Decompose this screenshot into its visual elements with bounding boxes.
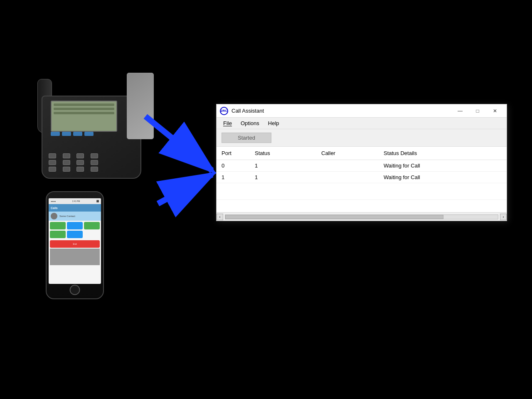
window-title: Call Assistant — [232, 108, 452, 114]
mobile-app-title: Calls — [51, 207, 58, 209]
table-body: 0 1 Waiting for Call 1 1 Waiting for Cal… — [217, 160, 507, 212]
started-button[interactable]: Started — [222, 133, 271, 143]
scrollbar-thumb — [225, 215, 443, 219]
window-controls: — □ ✕ — [452, 104, 503, 118]
phone-screen-line — [54, 108, 114, 110]
phone-key — [49, 167, 56, 172]
mobile-action-buttons — [49, 221, 101, 239]
svg-line-1 — [145, 116, 212, 170]
table-header-row: Port Status Caller Status Details — [217, 147, 507, 160]
phone-btn-1 — [51, 132, 60, 136]
col-header-caller: Caller — [316, 147, 379, 160]
call-assistant-window: 2RC Call Assistant — □ ✕ File Options He… — [216, 104, 507, 221]
phone-key — [76, 160, 84, 165]
arrows-container — [133, 83, 224, 237]
table-row-empty — [217, 200, 507, 212]
mobile-app-bar: Calls — [49, 204, 101, 212]
table-row-empty — [217, 183, 507, 200]
cell-caller-0 — [316, 160, 379, 172]
cell-port-0: 0 — [217, 160, 250, 172]
calls-table: Port Status Caller Status Details 0 1 Wa… — [217, 147, 507, 212]
window-content: Port Status Caller Status Details 0 1 Wa… — [217, 147, 507, 212]
phone-key — [76, 153, 84, 158]
mobile-phone: ●●●● 2:41 PM ⬛ Calls Some Contact — [46, 191, 104, 299]
col-header-status: Status — [250, 147, 316, 160]
table-header: Port Status Caller Status Details — [217, 147, 507, 160]
scroll-right-button[interactable]: › — [500, 214, 507, 220]
app-icon-text: 2RC — [221, 109, 227, 113]
window-titlebar[interactable]: 2RC Call Assistant — □ ✕ — [217, 104, 507, 118]
phone-key — [63, 160, 70, 165]
phone-function-buttons — [51, 132, 101, 136]
cell-status-0: 1 — [250, 160, 316, 172]
table-row: 0 1 Waiting for Call — [217, 160, 507, 172]
col-header-details: Status Details — [379, 147, 507, 160]
phone-btn-4 — [84, 132, 94, 136]
mobile-btn-blue-2 — [67, 231, 83, 238]
col-header-port: Port — [217, 147, 250, 160]
phone-btn-3 — [73, 132, 82, 136]
cell-status-1: 1 — [250, 172, 316, 183]
phone-keypad — [49, 153, 103, 172]
mobile-screen: ●●●● 2:41 PM ⬛ Calls Some Contact — [49, 198, 101, 284]
mobile-btn-green-3 — [50, 231, 66, 238]
phone-key — [91, 167, 98, 172]
maximize-button[interactable]: □ — [469, 104, 486, 118]
mobile-contact-name: Some Contact — [59, 215, 75, 217]
svg-line-2 — [158, 175, 212, 204]
phone-key — [63, 167, 70, 172]
close-button[interactable]: ✕ — [487, 104, 503, 118]
phone-key — [49, 160, 56, 165]
cell-details-0: Waiting for Call — [379, 160, 507, 172]
mobile-contact-row: Some Contact — [49, 212, 101, 221]
mobile-content-area — [50, 249, 100, 265]
phone-key — [63, 153, 70, 158]
menu-file[interactable]: File — [220, 119, 235, 128]
window-statusbar: ‹ › — [217, 212, 507, 221]
phone-key — [91, 153, 98, 158]
cell-details-1: Waiting for Call — [379, 172, 507, 183]
menu-options-label: Options — [241, 120, 259, 126]
phone-screen — [51, 101, 117, 132]
table-row: 1 1 Waiting for Call — [217, 172, 507, 183]
menu-options[interactable]: Options — [237, 119, 263, 128]
started-label: Started — [238, 135, 255, 141]
minimize-button[interactable]: — — [452, 104, 468, 118]
mobile-end-button[interactable]: End — [50, 240, 100, 248]
cell-port-1: 1 — [217, 172, 250, 183]
phone-base — [42, 96, 141, 179]
mobile-home-button[interactable] — [70, 285, 80, 295]
menu-help-label: Help — [268, 120, 279, 126]
mobile-btn-blue-1 — [67, 222, 83, 229]
app-icon: 2RC — [220, 107, 228, 115]
mobile-btn-green-2 — [84, 222, 100, 229]
mobile-btn-green-1 — [50, 222, 66, 229]
window-toolbar: Started — [217, 129, 507, 147]
phone-screen-line — [54, 103, 114, 106]
menu-bar: File Options Help — [217, 118, 507, 129]
phone-key — [49, 153, 56, 158]
menu-help[interactable]: Help — [265, 119, 283, 128]
scrollbar-track[interactable] — [225, 214, 498, 219]
phone-screen-line — [54, 112, 114, 114]
arrows-svg — [133, 83, 224, 237]
mobile-status-bar: ●●●● 2:41 PM ⬛ — [49, 198, 101, 204]
mobile-end-label: End — [73, 243, 77, 245]
cell-caller-1 — [316, 172, 379, 183]
phone-key — [91, 160, 98, 165]
scroll-left-button[interactable]: ‹ — [217, 214, 223, 220]
phone-screen-content — [52, 101, 116, 118]
mobile-avatar — [51, 213, 57, 219]
phone-key — [76, 167, 84, 172]
mobile-body: ●●●● 2:41 PM ⬛ Calls Some Contact — [46, 191, 104, 299]
phone-btn-2 — [62, 132, 71, 136]
menu-file-label: File — [223, 120, 232, 126]
